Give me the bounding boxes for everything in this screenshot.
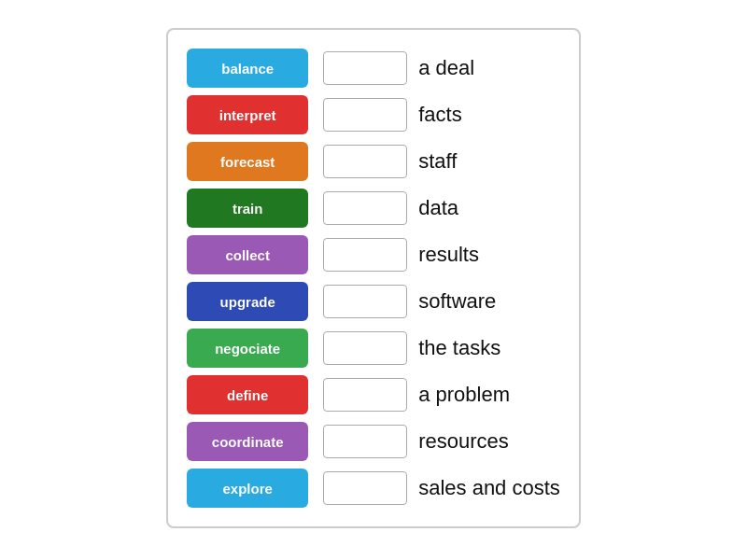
input-match-7[interactable] xyxy=(323,331,407,365)
input-match-6[interactable] xyxy=(323,285,407,318)
btn-negociate[interactable]: negociate xyxy=(187,329,308,368)
match-row-match-5: results xyxy=(323,235,560,274)
main-container: balanceinterpretforecasttraincollectupgr… xyxy=(166,28,581,528)
match-row-match-9: resources xyxy=(323,422,560,461)
btn-forecast[interactable]: forecast xyxy=(187,142,308,181)
right-column: a dealfactsstaffdataresultssoftwarethe t… xyxy=(323,49,560,508)
input-match-8[interactable] xyxy=(323,378,407,412)
btn-balance[interactable]: balance xyxy=(187,49,308,88)
btn-explore[interactable]: explore xyxy=(187,469,308,508)
left-column: balanceinterpretforecasttraincollectupgr… xyxy=(187,49,308,508)
btn-upgrade[interactable]: upgrade xyxy=(187,282,308,321)
label-match-5: results xyxy=(418,243,479,267)
input-match-5[interactable] xyxy=(323,238,407,272)
btn-collect[interactable]: collect xyxy=(187,235,308,274)
label-match-2: facts xyxy=(418,103,461,127)
input-match-10[interactable] xyxy=(323,471,407,505)
match-row-match-6: software xyxy=(323,282,560,321)
label-match-10: sales and costs xyxy=(418,476,560,500)
label-match-7: the tasks xyxy=(418,336,500,360)
input-match-2[interactable] xyxy=(323,98,407,132)
match-row-match-4: data xyxy=(323,189,560,228)
match-row-match-8: a problem xyxy=(323,375,560,414)
input-match-4[interactable] xyxy=(323,191,407,225)
match-row-match-2: facts xyxy=(323,95,560,134)
match-row-match-3: staff xyxy=(323,142,560,181)
match-row-match-10: sales and costs xyxy=(323,469,560,508)
input-match-1[interactable] xyxy=(323,51,407,85)
btn-define[interactable]: define xyxy=(187,375,308,414)
match-row-match-7: the tasks xyxy=(323,329,560,368)
btn-interpret[interactable]: interpret xyxy=(187,95,308,134)
label-match-8: a problem xyxy=(418,383,510,407)
match-row-match-1: a deal xyxy=(323,49,560,88)
input-match-3[interactable] xyxy=(323,145,407,178)
input-match-9[interactable] xyxy=(323,425,407,458)
label-match-9: resources xyxy=(418,429,509,454)
label-match-6: software xyxy=(418,289,496,314)
label-match-4: data xyxy=(418,196,458,220)
label-match-3: staff xyxy=(418,149,457,174)
label-match-1: a deal xyxy=(418,56,474,80)
btn-coordinate[interactable]: coordinate xyxy=(187,422,308,461)
btn-train[interactable]: train xyxy=(187,189,308,228)
